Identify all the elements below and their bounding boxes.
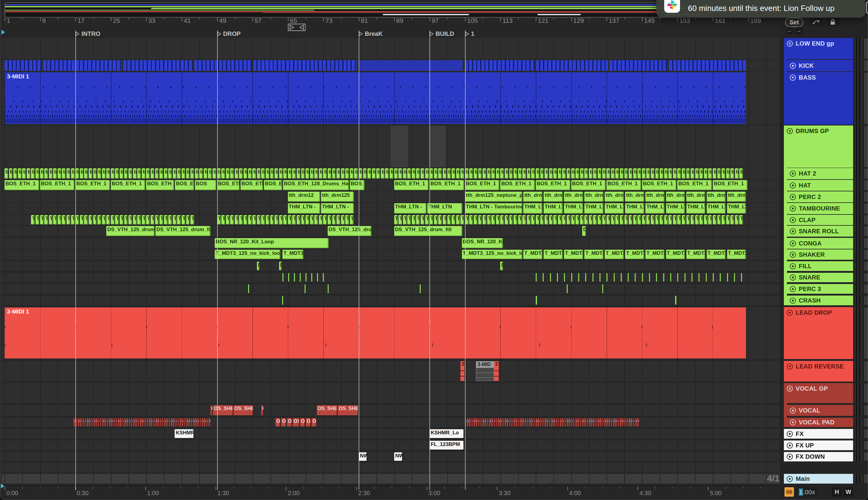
- clip[interactable]: bb: [310, 168, 314, 179]
- clip[interactable]: T_: [553, 215, 557, 225]
- clip[interactable]: C: [136, 418, 137, 427]
- clip[interactable]: bb: [739, 168, 743, 179]
- clip[interactable]: T_: [266, 215, 270, 225]
- clip[interactable]: [430, 126, 445, 167]
- clip[interactable]: BOS_ETI: [175, 180, 194, 190]
- clip[interactable]: BOS_ETH_128_Drums_Hats_Loop_S: [283, 180, 349, 190]
- clip[interactable]: [420, 284, 421, 293]
- clip[interactable]: T_: [452, 215, 455, 225]
- clip[interactable]: T_: [598, 215, 601, 225]
- clip[interactable]: C: [593, 418, 595, 427]
- clip[interactable]: T_: [279, 215, 283, 225]
- clip[interactable]: bb: [509, 168, 513, 179]
- clip[interactable]: C: [197, 418, 199, 427]
- clip[interactable]: bb: [142, 168, 146, 179]
- clip[interactable]: T_: [314, 215, 318, 225]
- clip[interactable]: T_: [496, 215, 500, 225]
- clip[interactable]: T_: [664, 215, 668, 225]
- clip[interactable]: T_: [84, 215, 88, 225]
- bar-ruler[interactable]: 1917253341495765738189971051131211291371…: [0, 17, 780, 31]
- track-header-vocal-gp[interactable]: VOCAL GP: [784, 383, 853, 403]
- clip[interactable]: [391, 126, 408, 167]
- track-header-fx[interactable]: FX: [784, 429, 853, 439]
- clip[interactable]: T_: [505, 215, 509, 225]
- clip[interactable]: bb: [44, 168, 48, 179]
- clip[interactable]: [282, 296, 283, 305]
- clip[interactable]: THM_LTN -: [707, 203, 726, 214]
- clip[interactable]: C: [602, 418, 604, 427]
- track-scroll-handle[interactable]: [864, 60, 868, 71]
- time-ruler[interactable]: 0:000:301:001:302:002:303:003:304:004:30…: [0, 486, 780, 500]
- clip[interactable]: THM_LTN -: [288, 203, 320, 214]
- clip[interactable]: T_MDT3_12: [686, 250, 706, 259]
- clip[interactable]: [465, 60, 535, 71]
- clip[interactable]: [311, 273, 312, 282]
- clip[interactable]: T_: [567, 215, 570, 225]
- clip[interactable]: bb: [195, 168, 198, 179]
- clip[interactable]: bb: [518, 168, 522, 179]
- clip[interactable]: C: [584, 418, 586, 427]
- clip[interactable]: bb: [182, 168, 185, 179]
- clip[interactable]: C: [178, 418, 179, 427]
- clip[interactable]: T_: [500, 215, 504, 225]
- clip[interactable]: bb: [84, 168, 88, 179]
- clip[interactable]: T_: [491, 215, 495, 225]
- clip[interactable]: bb: [35, 168, 39, 179]
- clip[interactable]: bb: [168, 168, 172, 179]
- clip[interactable]: bb: [443, 168, 446, 179]
- clip[interactable]: BOS_ETH_1: [264, 180, 282, 190]
- clip[interactable]: T_MDT3_12: [283, 250, 303, 259]
- clip[interactable]: T_: [686, 215, 690, 225]
- clip[interactable]: bb: [567, 168, 570, 179]
- clip[interactable]: T_: [438, 215, 442, 225]
- clip[interactable]: C: [78, 418, 80, 427]
- track-header-fx-up[interactable]: FX UP: [784, 441, 853, 450]
- back-button[interactable]: ←: [786, 27, 793, 35]
- clip[interactable]: T_: [699, 215, 703, 225]
- clip[interactable]: bb: [562, 168, 566, 179]
- clip[interactable]: [43, 60, 122, 71]
- track-header-clap[interactable]: CLAP: [787, 215, 853, 225]
- clip[interactable]: C: [536, 418, 537, 427]
- clip[interactable]: THM_LTN -: [321, 203, 354, 214]
- clip[interactable]: C: [80, 418, 82, 427]
- clip[interactable]: bb: [642, 168, 646, 179]
- clip[interactable]: T_: [102, 215, 106, 225]
- clip[interactable]: T_: [589, 215, 593, 225]
- clip[interactable]: tth_drm12: [584, 192, 604, 202]
- clip[interactable]: T_: [332, 215, 336, 225]
- clip[interactable]: T_: [62, 215, 66, 225]
- clip[interactable]: bb: [553, 168, 557, 179]
- clip[interactable]: T_: [120, 215, 123, 225]
- clip[interactable]: bb: [403, 168, 407, 179]
- clip[interactable]: C: [83, 418, 84, 427]
- clip[interactable]: C: [206, 418, 208, 427]
- clip[interactable]: C: [122, 418, 124, 427]
- clip[interactable]: bb: [283, 168, 287, 179]
- clip[interactable]: C: [606, 418, 608, 427]
- clip[interactable]: T_: [620, 215, 624, 225]
- clip[interactable]: [734, 273, 735, 282]
- clip[interactable]: [323, 273, 324, 282]
- clip[interactable]: C: [98, 418, 100, 427]
- clip[interactable]: T_: [226, 215, 230, 225]
- clip[interactable]: D: [279, 262, 282, 270]
- track-header-perc-2[interactable]: PERC 2: [787, 191, 853, 202]
- clip[interactable]: C: [111, 418, 113, 427]
- track-scroll-handle[interactable]: [864, 192, 868, 202]
- clip[interactable]: T_: [292, 215, 296, 225]
- clip[interactable]: C: [209, 418, 210, 427]
- clip[interactable]: [283, 273, 283, 282]
- clip[interactable]: C: [635, 418, 637, 427]
- clip[interactable]: T_: [31, 215, 35, 225]
- clip[interactable]: C: [485, 418, 486, 427]
- clip[interactable]: OS: [312, 418, 317, 427]
- clip[interactable]: T_: [93, 215, 97, 225]
- track-scroll-handle[interactable]: [864, 296, 868, 305]
- clip[interactable]: bb: [514, 168, 517, 179]
- clip[interactable]: bb: [620, 168, 624, 179]
- clip[interactable]: [692, 273, 693, 282]
- clip[interactable]: BOS_ETH_1: [677, 180, 712, 190]
- clip[interactable]: bb: [651, 168, 654, 179]
- clip[interactable]: T_: [722, 215, 725, 225]
